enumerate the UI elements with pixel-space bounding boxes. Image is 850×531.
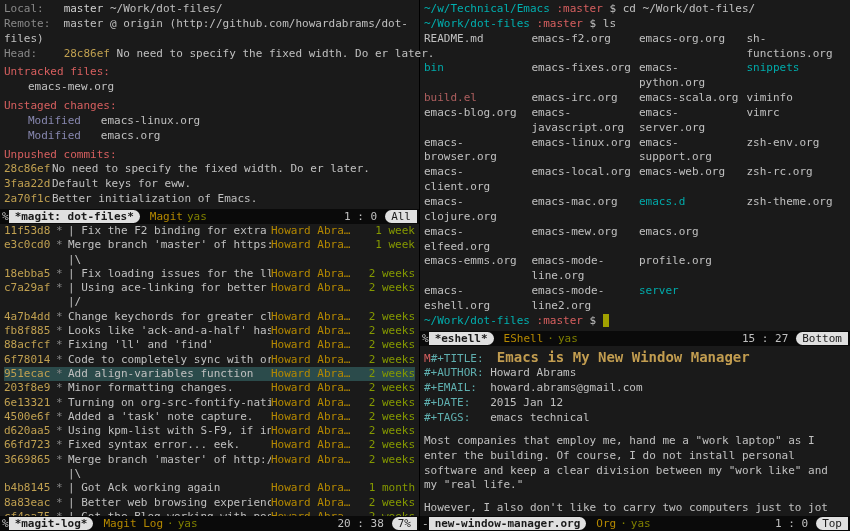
commit-author: Howard Abra…: [271, 281, 359, 295]
log-row[interactable]: 18ebba5*| Fix loading issues for the ll …: [4, 267, 415, 281]
unstaged-heading[interactable]: Unstaged changes:: [4, 99, 415, 114]
commit-msg: Fixed syntax error... eek.: [68, 438, 271, 452]
commit-date: 2 weeks: [359, 353, 415, 367]
untracked-heading[interactable]: Untracked files:: [4, 65, 415, 80]
scroll-pct: 7%: [392, 517, 417, 530]
ls-entry: emacs-eshell.org: [424, 284, 524, 314]
commit-date: 2 weeks: [359, 424, 415, 438]
log-row[interactable]: 66fd723*Fixed syntax error... eek.Howard…: [4, 438, 415, 452]
ls-entry: emacs-clojure.org: [424, 195, 524, 225]
right-pane: ~/w/Technical/Emacs :master $ cd ~/Work/…: [420, 0, 850, 531]
commit-date: [359, 253, 415, 267]
untracked-file[interactable]: emacs-mew.org: [28, 80, 415, 95]
log-row[interactable]: 3669865* Merge branch 'master' of http:/…: [4, 453, 415, 467]
commit-hash: 6f78014: [4, 353, 56, 367]
log-row[interactable]: e3c0cd0* Merge branch 'master' of https:…: [4, 238, 415, 252]
buffer-name: new-window-manager.org: [429, 517, 587, 530]
ls-entry: emacs-python.org: [639, 61, 739, 91]
commit-row[interactable]: 3faa22dDefault keys for eww.: [4, 177, 415, 192]
magit-status-buffer[interactable]: Local: master ~/Work/dot-files/ Remote: …: [0, 0, 419, 209]
log-row[interactable]: 951ecac*Add align-variables function How…: [4, 367, 415, 381]
commit-author: Howard Abra…: [271, 324, 359, 338]
graph-char: *: [56, 267, 68, 281]
log-row[interactable]: |/: [4, 295, 415, 309]
org-modeline: - new-window-manager.org Org · yas 1 : 0…: [420, 516, 850, 531]
graph-char: *: [56, 353, 68, 367]
ls-entry: emacs-mac.org: [532, 195, 632, 225]
graph-char: *: [56, 338, 68, 352]
commit-date: 2 weeks: [359, 381, 415, 395]
prompt-branch: :master: [537, 17, 583, 30]
ls-entry: zsh-theme.org: [747, 195, 847, 225]
log-row[interactable]: 6e13321*Turning on org-src-fontify-nativ…: [4, 396, 415, 410]
commit-author: Howard Abra…: [271, 396, 359, 410]
graph-char: *: [56, 281, 68, 295]
modified-file[interactable]: emacs.org: [101, 129, 161, 142]
ls-entry: emacs-blog.org: [424, 106, 524, 136]
tags-meta: #+TAGS:: [424, 411, 470, 424]
commit-hash: 8a83eac: [4, 496, 56, 510]
graph-char: *: [56, 453, 68, 467]
modified-file[interactable]: emacs-linux.org: [101, 114, 200, 127]
cursor-pos: 15 : 27: [742, 332, 788, 345]
ls-entry: build.el: [424, 91, 524, 106]
log-row[interactable]: 4500e6f*Added a 'task' note capture.Howa…: [4, 410, 415, 424]
graph-char: *: [56, 324, 68, 338]
head-label: Head:: [4, 47, 37, 60]
log-row[interactable]: c7a29af*| Using ace-linking for better n…: [4, 281, 415, 295]
log-row[interactable]: 11f53d8*| Fix the F2 binding for extra c…: [4, 224, 415, 238]
unpushed-heading[interactable]: Unpushed commits:: [4, 148, 415, 163]
ls-entry: emacs-fixes.org: [532, 61, 632, 91]
commit-hash: 203f8e9: [4, 381, 56, 395]
magit-status-modeline: % *magit: dot-files* Magit yas 1 : 0 All: [0, 209, 419, 224]
commit-hash: 6e13321: [4, 396, 56, 410]
log-row[interactable]: 88acfcf*Fixing 'll' and 'find'Howard Abr…: [4, 338, 415, 352]
log-row[interactable]: 8a83eac*| Better web browsing experience…: [4, 496, 415, 510]
commit-hash: fb8f885: [4, 324, 56, 338]
eshell-buffer[interactable]: ~/w/Technical/Emacs :master $ cd ~/Work/…: [420, 0, 850, 331]
commit-author: Howard Abra…: [271, 481, 359, 495]
ls-entry: emacs.d: [639, 195, 739, 225]
ls-entry: emacs-scala.org: [639, 91, 739, 106]
graph-char: *: [56, 367, 68, 381]
log-row[interactable]: 6f78014*Code to completely sync with org…: [4, 353, 415, 367]
commit-hash: d620aa5: [4, 424, 56, 438]
ls-entry: emacs-linux.org: [532, 136, 632, 166]
commit-row[interactable]: 2a70f1cBetter initialization of Emacs.: [4, 192, 415, 207]
left-pane: Local: master ~/Work/dot-files/ Remote: …: [0, 0, 420, 531]
graph-char: *: [56, 481, 68, 495]
paragraph: However, I also don't like to carry two …: [424, 501, 846, 516]
org-buffer[interactable]: M#+TITLE: Emacs is My New Window Manager…: [420, 346, 850, 516]
commit-date: 2 weeks: [359, 338, 415, 352]
log-row[interactable]: 4a7b4dd*Change keychords for greater cla…: [4, 310, 415, 324]
commit-hash: 3669865: [4, 453, 56, 467]
commit-msg: | Fix the F2 binding for extra character…: [68, 224, 271, 238]
graph-char: *: [56, 424, 68, 438]
ls-output: README.mdemacs-f2.orgemacs-org.orgsh-fun…: [424, 32, 846, 314]
magit-log-buffer[interactable]: 11f53d8*| Fix the F2 binding for extra c…: [0, 224, 419, 516]
major-mode: Org: [596, 517, 616, 530]
log-row[interactable]: |\: [4, 253, 415, 267]
graph-char: [56, 253, 68, 267]
head-hash: 28c86ef: [64, 47, 110, 60]
commit-date: 2 weeks: [359, 496, 415, 510]
log-row[interactable]: |\: [4, 467, 415, 481]
modeline-prefix: %: [422, 332, 429, 345]
log-row[interactable]: fb8f885*Looks like 'ack-and-a-half' has …: [4, 324, 415, 338]
minor-mode-yas: yas: [631, 517, 651, 530]
ls-entry: emacs-mode-line2.org: [532, 284, 632, 314]
prompt-path: ~/Work/dot-files: [424, 17, 530, 30]
log-row[interactable]: 203f8e9*Minor formatting changes.Howard …: [4, 381, 415, 395]
log-row[interactable]: b4b8145*| Got Ack working againHoward Ab…: [4, 481, 415, 495]
ls-entry: snippets: [747, 61, 847, 91]
doc-author: Howard Abrams: [490, 366, 576, 379]
commit-date: 2 weeks: [359, 324, 415, 338]
commit-msg: Added a 'task' note capture.: [68, 410, 271, 424]
commit-row[interactable]: 28c86efNo need to specify the fixed widt…: [4, 162, 415, 177]
commit-author: Howard Abra…: [271, 238, 359, 252]
log-row[interactable]: d620aa5*Using kpm-list with S-F9, if ins…: [4, 424, 415, 438]
graph-char: [56, 295, 68, 309]
shell-prompt-cursor[interactable]: $: [590, 314, 597, 327]
doc-date: 2015 Jan 12: [490, 396, 563, 409]
commit-author: Howard Abra…: [271, 367, 359, 381]
